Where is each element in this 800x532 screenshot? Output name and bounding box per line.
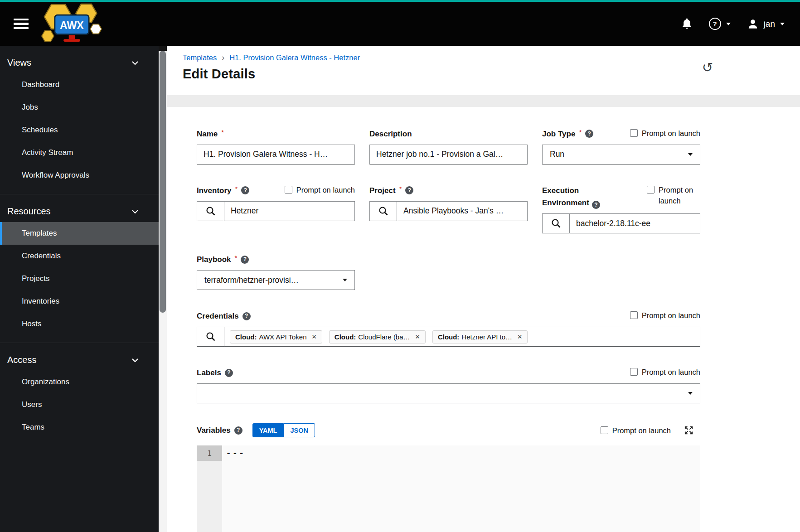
sidebar-nav: Views Dashboard Jobs Schedules Activity … [0,46,159,532]
user-icon [747,18,759,30]
description-label: Description [369,128,412,140]
name-input[interactable] [197,145,355,164]
credentials-search-button[interactable] [197,327,224,347]
breadcrumb-link-templates[interactable]: Templates [183,53,217,62]
sidebar-item-jobs[interactable]: Jobs [0,96,159,119]
sidebar-section-resources: Resources Templates Credentials Projects… [0,194,159,343]
checkbox-input[interactable] [630,129,638,137]
help-icon[interactable]: ? [241,186,249,194]
scrollbar-top-button[interactable] [159,46,167,51]
checkbox-input[interactable] [601,426,608,434]
sidebar-section-resources-header[interactable]: Resources [0,194,159,222]
variables-editor[interactable]: 1 --- [197,445,700,532]
awx-app: AWX ? jan [0,0,800,532]
inventory-input[interactable] [224,201,355,221]
checkbox-label: Prompt on launch [612,425,671,436]
breadcrumb-current[interactable]: H1. Provision Galera Witness - Hetzner [229,53,360,62]
sidebar-item-templates[interactable]: Templates [0,222,159,245]
sidebar-item-organizations[interactable]: Organizations [0,371,159,393]
sidebar-item-projects[interactable]: Projects [0,267,159,290]
labels-label: Labels? [197,367,233,379]
scrollbar-thumb[interactable] [160,51,166,313]
project-search-button[interactable] [369,201,397,221]
credential-chip: Cloud: CloudFlare (ba… ✕ [329,330,426,343]
playbook-label: Playbook*? [197,253,249,266]
checkbox-input[interactable] [630,311,638,319]
awx-logo[interactable]: AWX [41,2,102,46]
checkbox-input[interactable] [630,368,638,376]
expand-editor-button[interactable] [684,425,694,435]
help-icon[interactable]: ? [592,201,600,209]
credentials-prompt-on-launch-checkbox[interactable]: Prompt on launch [630,310,700,321]
required-marker: * [221,126,224,138]
close-icon[interactable]: ✕ [415,333,420,340]
help-icon[interactable]: ? [242,312,251,320]
inventory-prompt-on-launch-checkbox[interactable]: Prompt on launch [285,184,355,195]
variables-format-toggle: YAML JSON [252,423,315,437]
help-icon[interactable]: ? [234,426,242,435]
credential-chip: Cloud: AWX API Token ✕ [230,330,322,343]
sidebar-section-access-header[interactable]: Access [0,343,159,371]
playbook-select[interactable]: terraform/hetzner-provisi… [197,270,355,290]
awx-logo-text: AWX [60,19,84,31]
close-icon[interactable]: ✕ [312,333,317,340]
search-icon [206,332,216,342]
section-label: Access [7,355,36,365]
help-icon[interactable]: ? [225,369,233,377]
help-icon[interactable]: ? [405,186,413,194]
inventory-search-button[interactable] [197,201,224,221]
sidebar-item-credentials[interactable]: Credentials [0,245,159,267]
project-input[interactable] [397,201,528,221]
sidebar-item-users[interactable]: Users [0,393,159,416]
checkbox-input[interactable] [285,186,292,193]
chip-category: Cloud: [438,333,459,341]
execution-environment-search-button[interactable] [542,213,570,233]
job-type-label: Job Type*? [542,128,593,140]
credential-chip: Cloud: Hetzner API to… ✕ [432,330,528,343]
sidebar-item-teams[interactable]: Teams [0,416,159,439]
chip-name: Hetzner API to… [461,333,512,341]
sidebar-item-dashboard[interactable]: Dashboard [0,73,159,96]
chevron-down-icon [131,61,139,65]
sidebar-item-activity-stream[interactable]: Activity Stream [0,141,159,164]
job-type-prompt-on-launch-checkbox[interactable]: Prompt on launch [630,128,700,139]
hamburger-menu-button[interactable] [14,16,32,32]
help-icon[interactable]: ? [585,130,593,138]
required-marker: * [235,251,238,264]
variables-prompt-on-launch-checkbox[interactable]: Prompt on launch [601,425,671,436]
job-type-select[interactable]: Run [542,145,700,164]
user-menu[interactable]: jan [747,18,785,30]
labels-select[interactable] [197,383,700,403]
editor-content[interactable]: --- [222,445,700,532]
labels-prompt-on-launch-checkbox[interactable]: Prompt on launch [630,367,700,377]
content-scrollbar[interactable] [159,46,167,532]
search-icon [551,218,561,228]
help-menu[interactable]: ? [709,18,731,30]
header-divider-band [167,95,800,107]
inventory-label: Inventory*? [197,184,249,197]
help-icon[interactable]: ? [241,256,249,264]
help-icon: ? [709,18,721,30]
execution-environment-prompt-on-launch-checkbox[interactable]: Prompt on launch [647,184,700,206]
history-button[interactable]: ↺ [702,61,713,74]
execution-environment-label: Execution Environment? [542,184,615,209]
username: jan [764,19,775,29]
json-toggle-button[interactable]: JSON [284,423,315,437]
yaml-toggle-button[interactable]: YAML [252,423,284,437]
chevron-down-icon [343,279,347,281]
sidebar-section-access: Access Organizations Users Teams [0,343,159,446]
sidebar-item-hosts[interactable]: Hosts [0,313,159,335]
top-bar-right: ? jan [681,16,800,32]
description-input[interactable] [369,145,528,164]
name-label: Name* [197,128,224,140]
credentials-chips-field[interactable]: Cloud: AWX API Token ✕ Cloud: CloudFlare… [224,327,700,347]
sidebar-item-workflow-approvals[interactable]: Workflow Approvals [0,164,159,187]
execution-environment-input[interactable] [569,213,700,233]
checkbox-input[interactable] [647,186,655,193]
sidebar-section-views-header[interactable]: Views [0,46,159,73]
required-marker: * [399,183,402,195]
close-icon[interactable]: ✕ [517,333,522,340]
sidebar-item-schedules[interactable]: Schedules [0,119,159,141]
notifications-bell-button[interactable] [681,16,693,32]
sidebar-item-inventories[interactable]: Inventories [0,290,159,313]
